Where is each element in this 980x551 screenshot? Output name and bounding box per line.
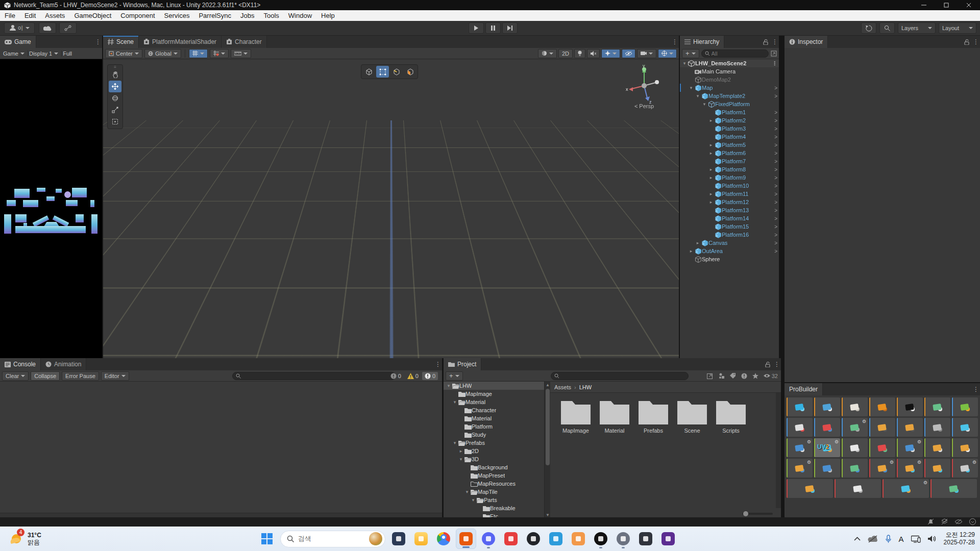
hierarchy-row-platform6[interactable]: ▸Platform6> [680,149,779,157]
hierarchy-row-platform1[interactable]: Platform1> [680,108,779,116]
expander-arrow[interactable]: ▸ [708,167,714,172]
taskbar-app-blue-window-app[interactable] [546,529,566,549]
probuilder-new-bezier-shape-button[interactable] [842,397,868,416]
probuilder-fill-hole-button[interactable]: ⚙ [952,459,978,478]
mute-notifications-icon[interactable] [927,518,934,525]
pivot-toggle[interactable]: Center [105,49,142,58]
snap-increment-toggle[interactable] [231,49,251,58]
move-tool[interactable] [109,81,121,92]
menu-gameobject[interactable]: GameObject [69,10,116,21]
cast-display-icon[interactable] [911,535,921,543]
hierarchy-row-platform3[interactable]: Platform3> [680,124,779,133]
expander-arrow[interactable]: ▾ [470,497,476,503]
hierarchy-row-platform4[interactable]: Platform4> [680,133,779,141]
gizmos-dropdown[interactable] [658,49,677,58]
open-search-window-icon[interactable] [707,373,714,379]
project-tree-row-parts[interactable]: ▾Parts [444,496,544,504]
menu-edit[interactable]: Edit [20,10,40,21]
hierarchy-row-map[interactable]: ▾Map> [680,84,779,92]
taskbar-app-code-editor-app[interactable] [658,529,678,549]
expander-arrow[interactable]: ▾ [446,383,452,388]
expander-arrow[interactable]: ▾ [681,61,688,66]
taskbar-app-photos-app[interactable] [388,529,409,549]
prefab-open-chevron[interactable]: > [774,175,777,181]
options-gear-icon[interactable]: ⚙ [890,460,894,465]
console-search[interactable] [232,372,396,380]
probuilder-rect-select-add-button[interactable] [897,418,923,437]
probuilder-subdivide-object-button[interactable] [924,438,950,457]
prefab-open-chevron[interactable]: > [774,85,777,91]
probuilder-center-pivot-button[interactable]: ⚙ [897,438,923,457]
probuilder-weld-vertices-button[interactable] [842,459,868,478]
unlock-icon[interactable] [765,362,770,367]
probuilder-select-hidden-button[interactable] [952,418,978,437]
scene-picker-icon[interactable] [771,51,777,57]
project-tree-row-background[interactable]: Background [444,463,544,471]
close-button[interactable] [958,0,980,10]
prefab-open-chevron[interactable]: > [774,216,777,221]
project-tree-row-mappreset[interactable]: MapPreset [444,471,544,480]
unlock-icon[interactable] [763,39,768,45]
asset-folder-scene[interactable]: Scene [673,399,712,434]
project-tree-row-study[interactable]: Study [444,431,544,439]
menu-tools[interactable]: Tools [259,10,283,21]
expander-arrow[interactable]: ▸ [708,151,714,156]
tab-scene[interactable]: Scene [103,36,139,48]
label-icon[interactable] [730,373,736,379]
probuilder-extrude-edges-button[interactable]: ⚙ [883,479,929,498]
console-panel-menu[interactable]: ⋮ [435,362,440,367]
hierarchy-row-platform2[interactable]: ▸Platform2> [680,116,779,124]
options-gear-icon[interactable]: ⚙ [972,460,976,465]
tab-console[interactable]: Console [0,358,41,370]
hierarchy-row-main-camera[interactable]: Main Camera [680,67,779,76]
hierarchy-row-demomap2[interactable]: DemoMap2 [680,76,779,84]
menu-help[interactable]: Help [316,10,339,21]
hierarchy-panel-menu[interactable]: ⋮ [772,39,777,44]
expander-arrow[interactable]: ▸ [708,191,714,196]
options-gear-icon[interactable]: ⚙ [835,439,839,444]
rotate-tool[interactable] [109,92,121,104]
view-pan-tool[interactable] [109,69,121,81]
prefab-open-chevron[interactable]: > [774,142,777,148]
orientation-gizmo[interactable]: x y z < Persp [624,64,665,113]
probuilder-uv-editor-button[interactable] [897,397,923,416]
expander-arrow[interactable]: ▸ [708,199,714,205]
project-tree-row-platform[interactable]: Platform [444,422,544,431]
tab-platformmaterialshader[interactable]: PlatformMaterialShader [139,36,222,48]
hierarchy-row-platform14[interactable]: Platform14> [680,214,779,222]
taskbar-app-settings[interactable] [613,529,633,549]
tab-hierarchy[interactable]: Hierarchy [680,36,724,48]
probuilder-merge-faces-button[interactable]: ⚙ [897,459,923,478]
expander-arrow[interactable]: ▸ [458,448,464,454]
probuilder-new-poly-shape-button[interactable] [814,397,840,416]
menu-jobs[interactable]: Jobs [236,10,259,21]
project-tree-row-mapresources[interactable]: MapResources [444,480,544,488]
step-button[interactable] [502,22,518,34]
console-warning-filter[interactable]: 0 [405,372,421,380]
hide-status-icon[interactable] [955,519,962,524]
layout-dropdown[interactable]: Layout [939,22,976,34]
prefab-open-chevron[interactable]: > [774,110,777,115]
probuilder-panel-menu[interactable]: ⋮ [973,387,978,392]
prefab-open-chevron[interactable]: > [774,191,777,197]
layers-dropdown[interactable]: Layers [898,22,936,34]
probuilder-triangulate-button[interactable] [869,438,895,457]
asset-folder-material[interactable]: Material [595,399,634,434]
hierarchy-row-outarea[interactable]: ▸OutArea> [680,247,779,255]
expander-arrow[interactable]: ▸ [708,142,714,147]
version-control-button[interactable] [59,22,77,34]
expander-arrow[interactable]: ▾ [695,93,701,98]
taskbar-app-media-player-app[interactable] [456,529,476,549]
pause-button[interactable] [485,22,501,34]
prefab-open-chevron[interactable]: > [774,118,777,123]
probuilder-rect-select-subtract-button[interactable] [869,418,895,437]
probuilder-merge-objects-button[interactable]: ⚙ [787,459,813,478]
probuilder-bridge-edges-button[interactable] [787,479,833,498]
probuilder-export-button[interactable]: ⚙ [787,438,813,457]
asset-folder-mapimage[interactable]: MapImage [556,399,595,434]
project-tree-row-maptile[interactable]: ▾MapTile [444,488,544,496]
scene-visibility-toggle[interactable] [622,49,635,58]
status-expand-icon[interactable] [969,518,976,525]
options-gear-icon[interactable]: ⚙ [807,460,811,465]
tab-game[interactable]: Game [0,36,36,48]
